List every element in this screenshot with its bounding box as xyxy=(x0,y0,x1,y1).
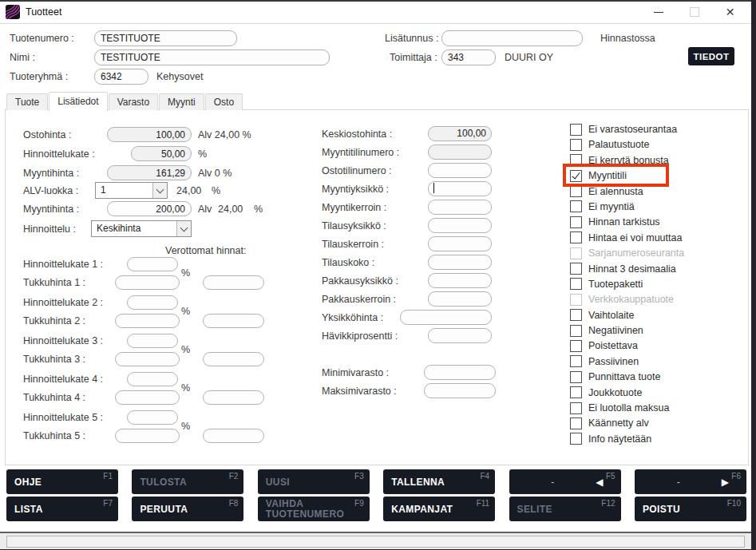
checkbox[interactable] xyxy=(570,185,582,197)
checkbox-row[interactable]: Ei varastoseurantaa xyxy=(570,124,746,135)
field-input[interactable] xyxy=(428,291,492,307)
minimize-button[interactable] xyxy=(640,2,676,22)
toimittaja-input[interactable] xyxy=(441,49,496,65)
field-input[interactable] xyxy=(428,236,492,251)
checkbox-row[interactable]: Info näytetään xyxy=(570,433,746,445)
checkbox-row[interactable]: Hintaa ei voi muuttaa xyxy=(570,232,746,243)
veroton-hinta-input[interactable] xyxy=(203,390,264,405)
checkbox[interactable] xyxy=(570,170,582,182)
tuotenumero-input[interactable] xyxy=(94,30,237,46)
tukkuhinta-input[interactable] xyxy=(115,314,180,328)
field-input[interactable] xyxy=(424,365,496,380)
action-button[interactable]: F7 LISTA xyxy=(6,497,118,521)
close-button[interactable]: ✕ xyxy=(712,2,748,22)
field-input[interactable] xyxy=(428,181,492,196)
myyntihinta-veroton-input[interactable] xyxy=(107,165,192,180)
checkbox[interactable] xyxy=(570,200,582,212)
field-input[interactable] xyxy=(428,163,492,178)
checkbox-row[interactable]: Tuotepaketti xyxy=(570,279,746,290)
veroton-hinta-input[interactable] xyxy=(203,314,264,328)
action-button[interactable]: F4 TALLENNA xyxy=(383,469,495,494)
tab[interactable]: Lisätiedot xyxy=(49,92,107,111)
tab[interactable]: Myynti xyxy=(159,93,204,110)
kate-input[interactable] xyxy=(127,295,178,310)
field-input[interactable] xyxy=(428,255,492,270)
checkbox[interactable] xyxy=(570,294,582,306)
checkbox-row[interactable]: Hinnat 3 desimaalia xyxy=(570,263,746,275)
checkbox[interactable] xyxy=(570,325,582,337)
kate-input[interactable] xyxy=(127,410,178,425)
action-button[interactable]: F10 POISTU xyxy=(635,497,746,521)
action-button[interactable]: F1 OHJE xyxy=(6,469,118,494)
checkbox[interactable] xyxy=(570,278,582,290)
checkbox-row[interactable]: Joukkotuote xyxy=(570,387,746,398)
checkbox[interactable] xyxy=(570,309,582,321)
checkbox[interactable] xyxy=(570,417,582,429)
checkbox[interactable] xyxy=(570,247,582,259)
chevron-down-icon[interactable] xyxy=(176,221,191,236)
veroton-hinta-input[interactable] xyxy=(203,352,264,366)
checkbox[interactable] xyxy=(570,263,582,275)
lisatunnus-input[interactable] xyxy=(441,30,583,46)
checkbox-row[interactable]: Negatiivinen xyxy=(570,325,746,336)
tab[interactable]: Tuote xyxy=(6,93,48,110)
chevron-down-icon[interactable] xyxy=(152,183,167,198)
checkbox[interactable] xyxy=(570,216,582,228)
checkbox[interactable] xyxy=(570,433,582,445)
action-button[interactable]: F3 UUSI xyxy=(258,469,370,494)
checkbox[interactable] xyxy=(570,402,582,414)
checkbox-row[interactable]: Käännetty alv xyxy=(570,417,746,429)
checkbox[interactable] xyxy=(570,371,582,383)
checkbox[interactable] xyxy=(570,154,582,166)
maximize-button[interactable] xyxy=(676,2,712,22)
tiedot-button[interactable]: TIEDOT xyxy=(688,47,734,65)
ostohinta-input[interactable] xyxy=(107,127,192,142)
checkbox-row[interactable]: Ei myyntiä xyxy=(570,201,746,212)
action-button[interactable]: F8 PERUUTA xyxy=(132,497,243,521)
kate-input[interactable] xyxy=(127,334,178,348)
action-button[interactable]: F2 TULOSTA xyxy=(132,469,243,494)
checkbox[interactable] xyxy=(570,139,582,151)
field-input[interactable] xyxy=(400,310,492,325)
nimi-input[interactable] xyxy=(94,49,330,65)
checkbox-row[interactable]: Vaihtolaite xyxy=(570,310,746,321)
tuoteryhma-input[interactable] xyxy=(94,69,148,85)
checkbox[interactable] xyxy=(570,231,582,243)
tab[interactable]: Osto xyxy=(205,93,243,110)
action-button[interactable]: F12 SELITE xyxy=(509,497,621,521)
checkbox-row[interactable]: Punnittava tuote xyxy=(570,371,746,382)
checkbox[interactable] xyxy=(570,340,582,352)
hinnoittelukate-input[interactable] xyxy=(131,146,192,161)
checkbox-row[interactable]: Hinnan tarkistus xyxy=(570,216,746,228)
checkbox-row[interactable]: Myyntitili xyxy=(570,170,746,181)
veroton-hinta-input[interactable] xyxy=(203,429,264,443)
tab[interactable]: Varasto xyxy=(109,93,158,110)
field-input[interactable] xyxy=(428,273,492,288)
checkbox[interactable] xyxy=(570,355,582,367)
action-button[interactable]: F5 - ◀ xyxy=(509,469,621,494)
alv-luokka-select[interactable]: 1 xyxy=(95,182,168,199)
checkbox-row[interactable]: Ei alennusta xyxy=(570,186,746,197)
checkbox-row[interactable]: Ei kerrytä bonusta xyxy=(570,155,746,166)
tukkuhinta-input[interactable] xyxy=(115,352,180,366)
checkbox-row[interactable]: Poistettava xyxy=(570,340,746,351)
field-input[interactable] xyxy=(428,218,492,233)
tukkuhinta-input[interactable] xyxy=(115,429,180,443)
field-input[interactable] xyxy=(428,200,492,215)
checkbox[interactable] xyxy=(570,124,582,136)
checkbox-row[interactable]: Ei luotolla maksua xyxy=(570,402,746,413)
kate-input[interactable] xyxy=(127,257,178,271)
tukkuhinta-input[interactable] xyxy=(115,390,180,405)
field-input[interactable] xyxy=(428,144,492,160)
myyntihinta-verollinen-input[interactable] xyxy=(107,201,192,216)
action-button[interactable]: F11 KAMPANJAT xyxy=(383,497,495,521)
checkbox-row[interactable]: Sarjanumeroseuranta xyxy=(570,247,746,259)
kate-input[interactable] xyxy=(127,372,178,386)
checkbox-row[interactable]: Passiivinen xyxy=(570,356,746,367)
action-button[interactable]: F9 VAIHDA TUOTENUMERO xyxy=(258,497,370,521)
tukkuhinta-input[interactable] xyxy=(115,275,180,290)
checkbox[interactable] xyxy=(570,386,582,398)
checkbox-row[interactable]: Palautustuote xyxy=(570,139,746,150)
checkbox-row[interactable]: Verkkokauppatuote xyxy=(570,294,746,305)
action-button[interactable]: F6 - ▶ xyxy=(635,469,746,494)
